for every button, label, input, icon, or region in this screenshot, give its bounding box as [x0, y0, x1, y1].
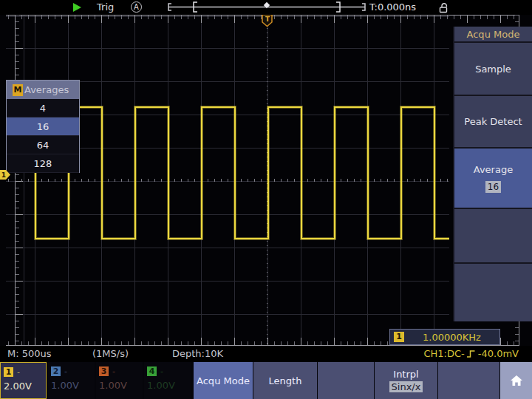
menu-blank-2[interactable]: [438, 362, 499, 399]
average-button-label: Average: [474, 164, 513, 175]
averages-popup: M Averages 4 16 64 128: [6, 80, 80, 173]
average-button[interactable]: Average 16: [454, 149, 532, 209]
channel4-coupling: -: [160, 366, 163, 376]
acqu-mode-panel: Acqu Mode Sample Peak Detect Average 16: [453, 27, 532, 321]
soft-menu-blank-2[interactable]: [454, 264, 532, 321]
oscilloscope-screen: T 1 Trig A T:0.000ns M Averages 4 16: [0, 0, 532, 399]
averages-option-4[interactable]: 4: [7, 99, 79, 117]
peak-detect-button-label: Peak Detect: [464, 116, 522, 127]
trig-label: Trig: [97, 1, 114, 13]
trigger-source-coupling: CH1:DC-: [424, 348, 465, 359]
depth-readout: Depth:10K: [172, 348, 223, 359]
channel1-position-marker[interactable]: 1: [0, 170, 11, 180]
sample-button[interactable]: Sample: [454, 43, 532, 96]
trigger-time-readout: T:0.000ns: [369, 1, 416, 13]
timebase-readout: M: 500us: [7, 348, 52, 359]
auto-trigger-icon: A: [131, 1, 142, 13]
peak-detect-button[interactable]: Peak Detect: [454, 96, 532, 149]
length-menu-label: Length: [269, 375, 302, 386]
channel4-badge: 4: [147, 366, 157, 376]
svg-text:1: 1: [1, 171, 6, 179]
acqu-mode-panel-title: Acqu Mode: [454, 27, 532, 43]
m-knob-icon: M: [13, 84, 23, 96]
channel1-badge: 1: [4, 367, 13, 377]
center-horizontal-ruler: [6, 177, 449, 183]
freq-value: 1.00000KHz: [404, 332, 499, 343]
channel2-badge: 2: [51, 366, 61, 376]
channel2-scale: 1.00V: [51, 380, 95, 391]
home-icon: [510, 375, 523, 386]
channel2-button[interactable]: 2 - 1.00V: [48, 362, 95, 399]
channel1-button[interactable]: 1 - 2.00V: [0, 362, 47, 399]
channel1-coupling: -: [17, 367, 20, 377]
intrpl-menu-label: Intrpl: [393, 369, 418, 380]
channel3-coupling: -: [112, 366, 115, 376]
home-button[interactable]: [500, 362, 532, 399]
menu-blank-1[interactable]: [318, 362, 374, 399]
unlock-icon[interactable]: [439, 2, 450, 13]
channel4-button[interactable]: 4 - 1.00V: [144, 362, 191, 399]
intrpl-value: Sinx/x: [389, 381, 423, 392]
averages-option-16[interactable]: 16: [7, 117, 79, 136]
rising-edge-icon: [466, 349, 477, 359]
channel3-button[interactable]: 3 - 1.00V: [96, 362, 143, 399]
sample-button-label: Sample: [475, 64, 511, 75]
trigger-time-marker[interactable]: T: [262, 14, 273, 27]
freq-channel-badge: 1: [394, 332, 404, 342]
bottom-menu-bar: 1 - 2.00V 2 - 1.00V 3 - 1.00V 4 - 1.00V …: [0, 362, 532, 399]
averages-popup-header: M Averages: [7, 81, 79, 99]
trigger-position-line: [267, 15, 267, 346]
average-value[interactable]: 16: [485, 181, 501, 193]
memory-position-bar: [168, 1, 366, 13]
acqu-mode-menu-label: Acqu Mode: [197, 375, 250, 386]
channel1-scale: 2.00V: [4, 381, 46, 392]
averages-option-64[interactable]: 64: [7, 136, 79, 154]
channel3-scale: 1.00V: [99, 380, 143, 391]
run-status-icon: [73, 3, 81, 12]
sample-rate-readout: (1MS/s): [92, 348, 129, 359]
averages-popup-title: Averages: [24, 84, 69, 95]
intrpl-menu-button[interactable]: Intrpl Sinx/x: [375, 362, 437, 399]
length-menu-button[interactable]: Length: [253, 362, 317, 399]
channel4-scale: 1.00V: [147, 380, 191, 391]
frequency-counter: 1 1.00000KHz: [389, 329, 500, 345]
trigger-level-value: -40.0mV: [478, 348, 519, 359]
channel3-badge: 3: [99, 366, 109, 376]
svg-text:T: T: [265, 16, 270, 23]
soft-menu-blank-1[interactable]: [454, 209, 532, 264]
channel2-coupling: -: [64, 366, 67, 376]
acqu-mode-menu-button[interactable]: Acqu Mode: [194, 362, 253, 399]
trigger-settings-readout: CH1:DC- -40.0mV: [424, 348, 519, 359]
top-status-bar: Trig A T:0.000ns: [0, 0, 532, 15]
averages-option-128[interactable]: 128: [7, 154, 79, 173]
